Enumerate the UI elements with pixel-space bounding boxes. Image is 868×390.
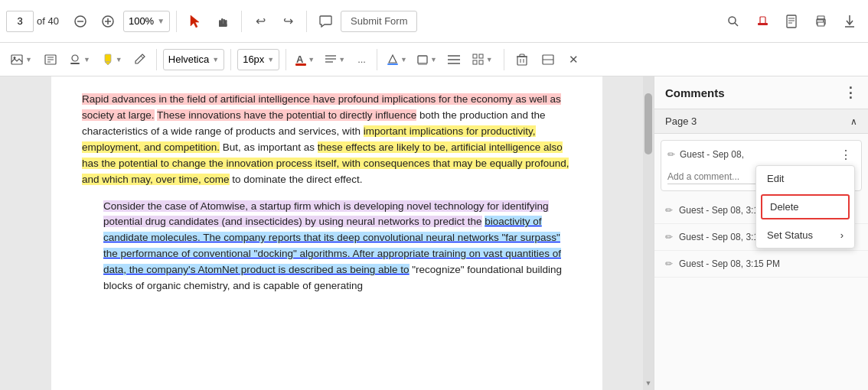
print-icon bbox=[814, 15, 827, 28]
delete-menu-item[interactable]: Delete bbox=[761, 194, 850, 219]
more-icon: ... bbox=[357, 54, 366, 65]
collapse-chevron-icon[interactable]: ∧ bbox=[850, 116, 857, 127]
redo-button[interactable]: ↪ bbox=[276, 9, 300, 34]
document-icon bbox=[785, 15, 798, 28]
tb2-sep2 bbox=[230, 49, 231, 70]
text-color-button[interactable]: A ▼ bbox=[292, 47, 318, 72]
pen-icon bbox=[135, 54, 145, 66]
search-icon bbox=[727, 15, 739, 28]
stroke-color-button[interactable]: ▼ bbox=[413, 47, 440, 72]
comment-author-text: Guest - Sep 08, bbox=[680, 149, 744, 160]
redo-icon: ↪ bbox=[283, 14, 293, 28]
font-selector[interactable]: Helvetica ▼ bbox=[163, 49, 224, 70]
comment-header: ✏ Guest - Sep 08, ⋮ bbox=[661, 141, 861, 167]
zoom-in-button[interactable] bbox=[96, 9, 120, 34]
font-size-selector[interactable]: 16px ▼ bbox=[237, 49, 279, 70]
delete-button[interactable] bbox=[511, 48, 534, 71]
scrollbar-track[interactable]: ▼ bbox=[643, 76, 654, 390]
font-size-value: 16px bbox=[243, 54, 264, 65]
separator2 bbox=[241, 11, 242, 32]
layers-button[interactable] bbox=[537, 48, 560, 71]
zoom-arrow-icon: ▼ bbox=[157, 17, 165, 25]
comment-menu-button[interactable]: ⋮ bbox=[837, 145, 855, 164]
list-item: ✏ Guest - Sep 08, 3:15 PM bbox=[654, 251, 868, 278]
stroke-color-icon bbox=[416, 54, 429, 66]
font-arrow-icon: ▼ bbox=[212, 56, 219, 63]
set-status-menu-item[interactable]: Set Status › bbox=[756, 223, 854, 248]
hand-icon bbox=[217, 15, 229, 28]
document-button[interactable] bbox=[779, 9, 804, 34]
stroke-arrow-icon: ▼ bbox=[430, 56, 437, 63]
svg-rect-42 bbox=[418, 56, 427, 63]
insert-image-arrow-icon: ▼ bbox=[25, 56, 32, 63]
svg-rect-14 bbox=[760, 17, 765, 24]
separator bbox=[176, 11, 177, 32]
pencil-icon-4: ✏ bbox=[665, 258, 673, 269]
fill-color-button[interactable]: ▼ bbox=[383, 47, 410, 72]
highlighter-arrow-icon: ▼ bbox=[116, 56, 122, 63]
hand-tool-button[interactable] bbox=[210, 9, 235, 34]
arrow-cursor-icon bbox=[189, 15, 201, 28]
draw-button[interactable] bbox=[130, 47, 150, 72]
stamp-button[interactable]: ▼ bbox=[64, 47, 95, 72]
trash-icon bbox=[517, 54, 527, 66]
svg-point-22 bbox=[823, 21, 824, 22]
svg-line-35 bbox=[141, 56, 143, 58]
image-icon bbox=[11, 54, 23, 65]
undo-button[interactable]: ↩ bbox=[248, 9, 272, 34]
page-number-input[interactable] bbox=[6, 11, 34, 32]
svg-rect-47 bbox=[473, 54, 477, 58]
comments-title: Comments bbox=[665, 86, 725, 99]
grid-arrow-icon: ▼ bbox=[486, 56, 493, 63]
toolbar-right bbox=[721, 9, 862, 34]
pencil-icon-3: ✏ bbox=[665, 232, 673, 242]
paragraph-2: Consider the case of Atomwise, a startup… bbox=[103, 199, 572, 295]
svg-rect-10 bbox=[219, 24, 227, 27]
svg-point-11 bbox=[729, 17, 736, 24]
pencil-icon-2: ✏ bbox=[665, 205, 673, 216]
first-comment: ✏ Guest - Sep 08, ⋮ Edit Delete Set Stat… bbox=[661, 140, 862, 191]
font-name: Helvetica bbox=[168, 54, 209, 65]
more-button[interactable]: ... bbox=[353, 47, 370, 72]
page-section-label: Page 3 bbox=[665, 115, 697, 127]
svg-rect-37 bbox=[295, 63, 306, 66]
fill-arrow-icon: ▼ bbox=[400, 56, 407, 63]
search-button[interactable] bbox=[721, 9, 746, 34]
zoom-selector[interactable]: 100% ▼ bbox=[123, 11, 170, 32]
chevron-right-icon: › bbox=[840, 229, 844, 241]
grid-button[interactable]: ▼ bbox=[468, 47, 498, 72]
print-button[interactable] bbox=[808, 9, 833, 34]
svg-rect-41 bbox=[387, 63, 398, 65]
scrollbar-arrow-down-icon[interactable]: ▼ bbox=[645, 379, 652, 387]
pdf-content: Rapid advances in the field of artificia… bbox=[0, 76, 654, 390]
minus-circle-icon bbox=[74, 15, 86, 28]
main-area: Rapid advances in the field of artificia… bbox=[0, 76, 868, 390]
page-section: Page 3 ∧ bbox=[654, 109, 868, 134]
insert-image-button[interactable]: ▼ bbox=[6, 47, 37, 72]
pdf-page: Rapid advances in the field of artificia… bbox=[51, 76, 602, 390]
align-button[interactable]: ▼ bbox=[321, 47, 350, 72]
scrollbar-thumb[interactable] bbox=[644, 93, 652, 154]
comments-menu-button[interactable]: ⋮ bbox=[844, 84, 857, 101]
svg-point-31 bbox=[72, 55, 78, 61]
pdf-text: Rapid advances in the field of artificia… bbox=[82, 92, 572, 294]
comment-button[interactable] bbox=[313, 9, 338, 34]
comments-panel: Comments ⋮ Page 3 ∧ ✏ Guest - Sep 08, ⋮ … bbox=[654, 76, 868, 390]
stamp-icon bbox=[69, 54, 81, 66]
comments-header: Comments ⋮ bbox=[654, 76, 868, 109]
submit-form-button[interactable]: Submit Form bbox=[341, 11, 417, 32]
svg-rect-53 bbox=[520, 54, 524, 57]
lines-button[interactable] bbox=[443, 47, 465, 72]
text-box-button[interactable] bbox=[40, 47, 61, 72]
tb2-sep5 bbox=[504, 49, 504, 70]
close-toolbar-button[interactable]: ✕ bbox=[563, 48, 586, 71]
lines-icon bbox=[448, 54, 460, 65]
download-button[interactable] bbox=[837, 9, 862, 34]
tb2-sep4 bbox=[377, 49, 377, 70]
highlighter-button[interactable]: ▼ bbox=[98, 47, 127, 72]
highlight-purple-1: Consider the case of Atomwise, a startup… bbox=[103, 200, 549, 228]
highlight-button[interactable] bbox=[750, 9, 775, 34]
zoom-out-button[interactable] bbox=[68, 9, 93, 34]
edit-menu-item[interactable]: Edit bbox=[756, 166, 854, 191]
select-tool-button[interactable] bbox=[183, 9, 207, 34]
